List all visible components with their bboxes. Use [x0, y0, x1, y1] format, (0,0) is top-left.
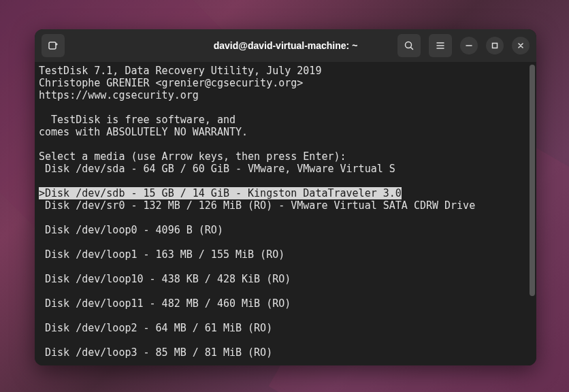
disk-row[interactable]: Disk /dev/loop11 - 482 MB / 460 MiB (RO)	[39, 297, 532, 310]
terminal-content: TestDisk 7.1, Data Recovery Utility, Jul…	[35, 62, 536, 365]
select-prompt: Select a media (use Arrow keys, then pre…	[39, 150, 346, 163]
intro-line: comes with ABSOLUTELY NO WARRANTY.	[39, 126, 248, 138]
minimize-button[interactable]	[460, 37, 478, 54]
disk-row[interactable]: Disk /dev/sda - 64 GB / 60 GiB - VMware,…	[39, 163, 532, 175]
svg-rect-0	[49, 42, 56, 49]
new-tab-button[interactable]	[42, 34, 65, 57]
titlebar-right	[397, 34, 530, 57]
disk-list: Disk /dev/sda - 64 GB / 60 GiB - VMware,…	[39, 163, 532, 365]
titlebar: david@david-virtual-machine: ~	[35, 29, 536, 62]
header-line: TestDisk 7.1, Data Recovery Utility, Jul…	[39, 65, 321, 77]
header-line: https://www.cgsecurity.org	[39, 89, 199, 101]
close-button[interactable]	[512, 37, 530, 54]
disk-row[interactable]: Disk /dev/loop3 - 85 MB / 81 MiB (RO)	[39, 346, 532, 359]
menu-button[interactable]	[429, 34, 452, 57]
disk-row[interactable]: >Disk /dev/sdb - 15 GB / 14 GiB - Kingst…	[39, 187, 402, 199]
terminal-window: david@david-virtual-machine: ~	[35, 29, 536, 365]
scrollbar-thumb[interactable]	[530, 65, 535, 296]
disk-row[interactable]: Disk /dev/loop0 - 4096 B (RO)	[39, 224, 532, 236]
titlebar-left	[42, 34, 65, 57]
disk-row[interactable]: Disk /dev/sr0 - 132 MB / 126 MiB (RO) - …	[39, 199, 532, 212]
disk-row[interactable]: Disk /dev/loop1 - 163 MB / 155 MiB (RO)	[39, 248, 532, 261]
disk-row[interactable]: Disk /dev/loop2 - 64 MB / 61 MiB (RO)	[39, 322, 532, 334]
terminal-area[interactable]: TestDisk 7.1, Data Recovery Utility, Jul…	[35, 62, 536, 365]
disk-row[interactable]: Disk /dev/loop10 - 438 KB / 428 KiB (RO)	[39, 273, 532, 285]
search-button[interactable]	[397, 34, 421, 57]
intro-line: TestDisk is free software, and	[39, 114, 235, 126]
svg-rect-2	[493, 44, 498, 48]
header-line: Christophe GRENIER <grenier@cgsecurity.o…	[39, 77, 303, 89]
maximize-button[interactable]	[486, 37, 504, 54]
